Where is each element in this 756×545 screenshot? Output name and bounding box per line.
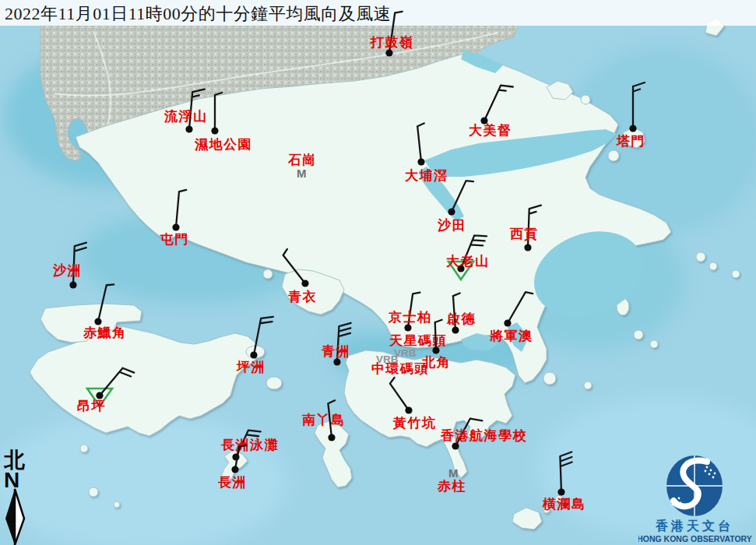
station-dot bbox=[452, 326, 459, 333]
wind-barb-icon bbox=[560, 452, 573, 492]
station-label: 黃竹坑 bbox=[392, 415, 437, 431]
station-waglan-island: 橫瀾島 bbox=[542, 452, 586, 512]
wind-barb-icon bbox=[633, 83, 645, 128]
station-shek-kong: 石崗M bbox=[287, 153, 317, 180]
station-dot bbox=[504, 319, 511, 326]
station-dot bbox=[629, 125, 636, 132]
missing-data-marker: M bbox=[297, 167, 307, 180]
station-stanley: 赤柱M bbox=[437, 466, 466, 494]
missing-data-marker: M bbox=[448, 466, 459, 480]
wind-barb-icon bbox=[282, 249, 311, 283]
station-dot bbox=[328, 434, 335, 441]
station-label: 青衣 bbox=[288, 290, 317, 304]
station-tseung-kwan-o: 將軍澳 bbox=[489, 290, 533, 343]
station-label: 流浮山 bbox=[164, 109, 208, 124]
station-label: 西貢 bbox=[509, 227, 539, 241]
station-dot bbox=[185, 125, 192, 132]
station-dot bbox=[452, 442, 459, 449]
station-tai-po-kau: 大埔滘 bbox=[405, 123, 448, 183]
station-dot bbox=[405, 406, 412, 413]
station-label: 天星碼頭 bbox=[389, 333, 447, 348]
north-arrow-icon bbox=[5, 489, 24, 545]
station-label: 大老山 bbox=[446, 254, 490, 269]
wind-barb-icon bbox=[254, 315, 273, 357]
station-label: 南丫島 bbox=[302, 413, 346, 427]
station-ngong-ping: 昂坪 bbox=[77, 365, 134, 413]
station-label: 香港航海學校 bbox=[440, 428, 527, 443]
wind-barb-icon bbox=[389, 378, 414, 410]
wind-barb-icon bbox=[98, 283, 114, 323]
compass-letter: N bbox=[4, 468, 19, 492]
station-label: 沙田 bbox=[437, 218, 466, 233]
station-dot bbox=[404, 324, 411, 331]
station-dot bbox=[172, 223, 179, 230]
hko-logo-icon bbox=[666, 455, 723, 516]
wind-map-stage: 2022年11月01日11時00分的十分鐘平均風向及風速 打鼓嶺流浮山濕地公園石… bbox=[0, 0, 756, 545]
station-dot bbox=[417, 158, 424, 165]
station-dot bbox=[250, 351, 257, 358]
station-dot bbox=[524, 244, 531, 251]
station-dot bbox=[385, 49, 392, 56]
station-label: 長洲 bbox=[218, 475, 247, 490]
station-tuen-mun: 屯門 bbox=[160, 189, 189, 247]
wind-barb-icon bbox=[484, 82, 513, 125]
hko-name-zh: 香港天文台 bbox=[655, 519, 733, 533]
station-chek-lap-kok: 赤鱲角 bbox=[83, 283, 127, 340]
station-sha-tin: 沙田 bbox=[437, 178, 473, 233]
station-label: 大埔滘 bbox=[405, 168, 448, 183]
station-label: 石崗 bbox=[287, 153, 317, 167]
wind-barb-icon bbox=[176, 189, 186, 228]
station-label: 長洲泳灘 bbox=[221, 438, 279, 452]
station-tsing-yi: 青衣 bbox=[282, 249, 317, 304]
station-dot bbox=[333, 358, 340, 365]
station-lamma-island: 南丫島 bbox=[302, 400, 346, 441]
station-tates-cairn: 大老山 bbox=[446, 232, 490, 280]
station-sai-kung: 西貢 bbox=[509, 205, 541, 251]
station-kings-park: 京士柏 bbox=[388, 291, 432, 331]
station-dot bbox=[69, 281, 76, 288]
station-lau-fau-shan: 流浮山 bbox=[164, 88, 208, 132]
station-label: 坪洲 bbox=[236, 360, 265, 374]
station-tai-mei-tuk: 大美督 bbox=[469, 82, 513, 138]
station-label: 塔門 bbox=[616, 134, 645, 149]
station-label: 大美督 bbox=[469, 122, 512, 138]
vrb-marker: VRB bbox=[376, 353, 399, 365]
station-label: 啟德 bbox=[446, 311, 476, 326]
station-ta-kwu-ling: 打鼓嶺 bbox=[370, 11, 414, 57]
station-label: 橫瀾島 bbox=[542, 497, 586, 512]
station-dot bbox=[211, 127, 218, 134]
station-kai-tak: 啟德 bbox=[446, 293, 476, 333]
wind-barb-icon bbox=[452, 178, 473, 214]
station-label: 青洲 bbox=[322, 344, 350, 359]
station-label: 京士柏 bbox=[388, 310, 432, 325]
station-label: 赤柱 bbox=[437, 479, 466, 494]
station-dot bbox=[94, 318, 101, 325]
station-hk-sea-school: 香港航海學校 bbox=[440, 415, 527, 452]
station-label: 濕地公園 bbox=[194, 137, 252, 152]
station-dot bbox=[231, 466, 238, 473]
station-label: 赤鱲角 bbox=[83, 325, 127, 340]
station-dot bbox=[557, 488, 564, 495]
wind-barb-icon bbox=[508, 290, 533, 327]
station-label: 北角 bbox=[421, 355, 451, 370]
station-label: 打鼓嶺 bbox=[370, 35, 414, 50]
station-dot bbox=[301, 280, 308, 287]
station-peng-chau: 坪洲 bbox=[236, 315, 273, 374]
station-label: 沙洲 bbox=[52, 263, 82, 278]
station-dot bbox=[432, 346, 439, 353]
station-label: 昂坪 bbox=[77, 399, 106, 413]
station-wong-chuk-hang: 黃竹坑 bbox=[389, 378, 436, 431]
station-tap-mun: 塔門 bbox=[616, 83, 645, 149]
station-label: 屯門 bbox=[160, 232, 189, 247]
wind-barb-icon bbox=[417, 123, 428, 162]
station-green-island: 青洲 bbox=[322, 322, 351, 366]
station-dot bbox=[448, 208, 455, 215]
wind-barb-icon bbox=[215, 93, 222, 131]
station-cheung-chau-beach: 長洲泳灘 bbox=[221, 427, 279, 462]
station-label: 將軍澳 bbox=[489, 329, 533, 343]
station-sha-chau: 沙洲 bbox=[52, 242, 86, 289]
hko-name-en: HONG KONG OBSERVATORY bbox=[638, 534, 752, 543]
